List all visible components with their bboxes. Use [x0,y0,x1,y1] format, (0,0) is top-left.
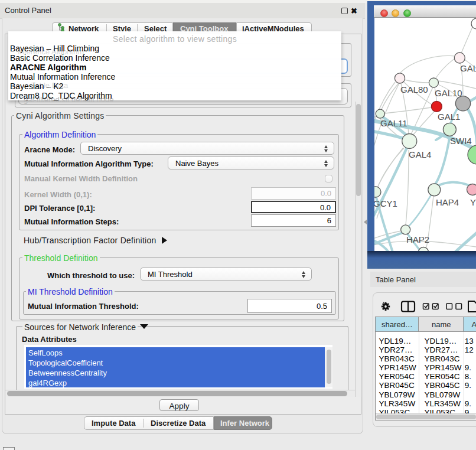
svg-text:GAL1: GAL1 [438,112,460,122]
svg-text:Y: Y [470,197,476,207]
svg-text:GAL11: GAL11 [380,118,407,128]
svg-text:HAP2: HAP2 [406,234,429,244]
svg-text:GCY1: GCY1 [374,198,397,208]
svg-text:GAL7: GAL7 [460,63,476,73]
svg-text:HAP4: HAP4 [436,197,459,207]
svg-text:SWI4: SWI4 [450,136,472,146]
svg-text:GAL4: GAL4 [409,149,431,159]
svg-text:GAL80: GAL80 [400,84,428,94]
svg-text:GAL10: GAL10 [435,88,462,98]
